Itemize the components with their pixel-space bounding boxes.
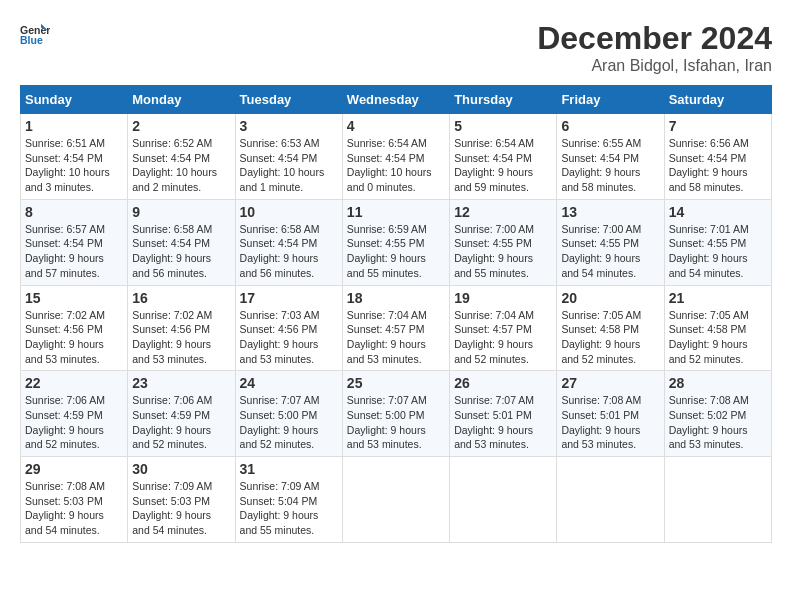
day-info: Sunrise: 6:59 AMSunset: 4:55 PMDaylight:…: [347, 222, 445, 281]
calendar-cell: 1Sunrise: 6:51 AMSunset: 4:54 PMDaylight…: [21, 114, 128, 200]
day-info: Sunrise: 7:08 AMSunset: 5:03 PMDaylight:…: [25, 479, 123, 538]
day-info: Sunrise: 7:07 AMSunset: 5:01 PMDaylight:…: [454, 393, 552, 452]
day-info: Sunrise: 7:02 AMSunset: 4:56 PMDaylight:…: [25, 308, 123, 367]
day-number: 13: [561, 204, 659, 220]
day-number: 6: [561, 118, 659, 134]
calendar-cell: 10Sunrise: 6:58 AMSunset: 4:54 PMDayligh…: [235, 199, 342, 285]
day-info: Sunrise: 7:01 AMSunset: 4:55 PMDaylight:…: [669, 222, 767, 281]
calendar-cell: [557, 457, 664, 543]
calendar-cell: 26Sunrise: 7:07 AMSunset: 5:01 PMDayligh…: [450, 371, 557, 457]
day-info: Sunrise: 7:09 AMSunset: 5:04 PMDaylight:…: [240, 479, 338, 538]
calendar-row: 1Sunrise: 6:51 AMSunset: 4:54 PMDaylight…: [21, 114, 772, 200]
calendar-cell: 13Sunrise: 7:00 AMSunset: 4:55 PMDayligh…: [557, 199, 664, 285]
day-info: Sunrise: 7:04 AMSunset: 4:57 PMDaylight:…: [347, 308, 445, 367]
main-title: December 2024: [537, 20, 772, 57]
calendar-cell: 8Sunrise: 6:57 AMSunset: 4:54 PMDaylight…: [21, 199, 128, 285]
day-info: Sunrise: 6:56 AMSunset: 4:54 PMDaylight:…: [669, 136, 767, 195]
col-monday: Monday: [128, 86, 235, 114]
calendar-table: Sunday Monday Tuesday Wednesday Thursday…: [20, 85, 772, 543]
calendar-cell: [342, 457, 449, 543]
day-info: Sunrise: 6:53 AMSunset: 4:54 PMDaylight:…: [240, 136, 338, 195]
col-friday: Friday: [557, 86, 664, 114]
day-info: Sunrise: 6:52 AMSunset: 4:54 PMDaylight:…: [132, 136, 230, 195]
col-wednesday: Wednesday: [342, 86, 449, 114]
calendar-header-row: Sunday Monday Tuesday Wednesday Thursday…: [21, 86, 772, 114]
calendar-cell: 16Sunrise: 7:02 AMSunset: 4:56 PMDayligh…: [128, 285, 235, 371]
day-number: 10: [240, 204, 338, 220]
day-number: 16: [132, 290, 230, 306]
day-info: Sunrise: 6:55 AMSunset: 4:54 PMDaylight:…: [561, 136, 659, 195]
day-info: Sunrise: 6:58 AMSunset: 4:54 PMDaylight:…: [132, 222, 230, 281]
calendar-cell: 4Sunrise: 6:54 AMSunset: 4:54 PMDaylight…: [342, 114, 449, 200]
calendar-cell: 17Sunrise: 7:03 AMSunset: 4:56 PMDayligh…: [235, 285, 342, 371]
day-info: Sunrise: 7:03 AMSunset: 4:56 PMDaylight:…: [240, 308, 338, 367]
day-info: Sunrise: 6:54 AMSunset: 4:54 PMDaylight:…: [347, 136, 445, 195]
calendar-row: 15Sunrise: 7:02 AMSunset: 4:56 PMDayligh…: [21, 285, 772, 371]
day-info: Sunrise: 7:08 AMSunset: 5:01 PMDaylight:…: [561, 393, 659, 452]
col-thursday: Thursday: [450, 86, 557, 114]
day-info: Sunrise: 7:00 AMSunset: 4:55 PMDaylight:…: [561, 222, 659, 281]
calendar-cell: 19Sunrise: 7:04 AMSunset: 4:57 PMDayligh…: [450, 285, 557, 371]
day-info: Sunrise: 7:05 AMSunset: 4:58 PMDaylight:…: [561, 308, 659, 367]
logo: General Blue: [20, 20, 50, 50]
calendar-cell: 15Sunrise: 7:02 AMSunset: 4:56 PMDayligh…: [21, 285, 128, 371]
day-number: 7: [669, 118, 767, 134]
day-number: 2: [132, 118, 230, 134]
calendar-cell: 24Sunrise: 7:07 AMSunset: 5:00 PMDayligh…: [235, 371, 342, 457]
day-info: Sunrise: 6:57 AMSunset: 4:54 PMDaylight:…: [25, 222, 123, 281]
calendar-cell: 18Sunrise: 7:04 AMSunset: 4:57 PMDayligh…: [342, 285, 449, 371]
day-number: 5: [454, 118, 552, 134]
day-info: Sunrise: 7:07 AMSunset: 5:00 PMDaylight:…: [347, 393, 445, 452]
day-number: 9: [132, 204, 230, 220]
title-area: December 2024 Aran Bidgol, Isfahan, Iran: [537, 20, 772, 75]
day-number: 8: [25, 204, 123, 220]
calendar-row: 29Sunrise: 7:08 AMSunset: 5:03 PMDayligh…: [21, 457, 772, 543]
day-info: Sunrise: 7:04 AMSunset: 4:57 PMDaylight:…: [454, 308, 552, 367]
calendar-cell: 6Sunrise: 6:55 AMSunset: 4:54 PMDaylight…: [557, 114, 664, 200]
subtitle: Aran Bidgol, Isfahan, Iran: [537, 57, 772, 75]
logo-icon: General Blue: [20, 20, 50, 50]
day-info: Sunrise: 7:08 AMSunset: 5:02 PMDaylight:…: [669, 393, 767, 452]
calendar-cell: 28Sunrise: 7:08 AMSunset: 5:02 PMDayligh…: [664, 371, 771, 457]
day-number: 24: [240, 375, 338, 391]
day-number: 11: [347, 204, 445, 220]
calendar-cell: 25Sunrise: 7:07 AMSunset: 5:00 PMDayligh…: [342, 371, 449, 457]
calendar-row: 22Sunrise: 7:06 AMSunset: 4:59 PMDayligh…: [21, 371, 772, 457]
day-number: 31: [240, 461, 338, 477]
day-number: 21: [669, 290, 767, 306]
calendar-cell: 31Sunrise: 7:09 AMSunset: 5:04 PMDayligh…: [235, 457, 342, 543]
day-info: Sunrise: 6:54 AMSunset: 4:54 PMDaylight:…: [454, 136, 552, 195]
calendar-cell: 9Sunrise: 6:58 AMSunset: 4:54 PMDaylight…: [128, 199, 235, 285]
day-info: Sunrise: 7:00 AMSunset: 4:55 PMDaylight:…: [454, 222, 552, 281]
col-sunday: Sunday: [21, 86, 128, 114]
day-number: 23: [132, 375, 230, 391]
day-number: 4: [347, 118, 445, 134]
calendar-cell: 5Sunrise: 6:54 AMSunset: 4:54 PMDaylight…: [450, 114, 557, 200]
day-number: 22: [25, 375, 123, 391]
day-info: Sunrise: 7:09 AMSunset: 5:03 PMDaylight:…: [132, 479, 230, 538]
day-number: 17: [240, 290, 338, 306]
day-number: 28: [669, 375, 767, 391]
day-number: 14: [669, 204, 767, 220]
svg-text:Blue: Blue: [20, 34, 43, 46]
calendar-cell: 23Sunrise: 7:06 AMSunset: 4:59 PMDayligh…: [128, 371, 235, 457]
day-info: Sunrise: 7:05 AMSunset: 4:58 PMDaylight:…: [669, 308, 767, 367]
calendar-row: 8Sunrise: 6:57 AMSunset: 4:54 PMDaylight…: [21, 199, 772, 285]
calendar-cell: 11Sunrise: 6:59 AMSunset: 4:55 PMDayligh…: [342, 199, 449, 285]
day-number: 15: [25, 290, 123, 306]
day-info: Sunrise: 6:58 AMSunset: 4:54 PMDaylight:…: [240, 222, 338, 281]
day-number: 12: [454, 204, 552, 220]
day-info: Sunrise: 7:06 AMSunset: 4:59 PMDaylight:…: [25, 393, 123, 452]
calendar-cell: 12Sunrise: 7:00 AMSunset: 4:55 PMDayligh…: [450, 199, 557, 285]
calendar-body: 1Sunrise: 6:51 AMSunset: 4:54 PMDaylight…: [21, 114, 772, 543]
day-number: 27: [561, 375, 659, 391]
day-number: 20: [561, 290, 659, 306]
calendar-cell: 20Sunrise: 7:05 AMSunset: 4:58 PMDayligh…: [557, 285, 664, 371]
day-number: 3: [240, 118, 338, 134]
day-number: 26: [454, 375, 552, 391]
calendar-cell: 2Sunrise: 6:52 AMSunset: 4:54 PMDaylight…: [128, 114, 235, 200]
calendar-cell: 3Sunrise: 6:53 AMSunset: 4:54 PMDaylight…: [235, 114, 342, 200]
day-number: 29: [25, 461, 123, 477]
calendar-cell: 14Sunrise: 7:01 AMSunset: 4:55 PMDayligh…: [664, 199, 771, 285]
day-info: Sunrise: 7:02 AMSunset: 4:56 PMDaylight:…: [132, 308, 230, 367]
